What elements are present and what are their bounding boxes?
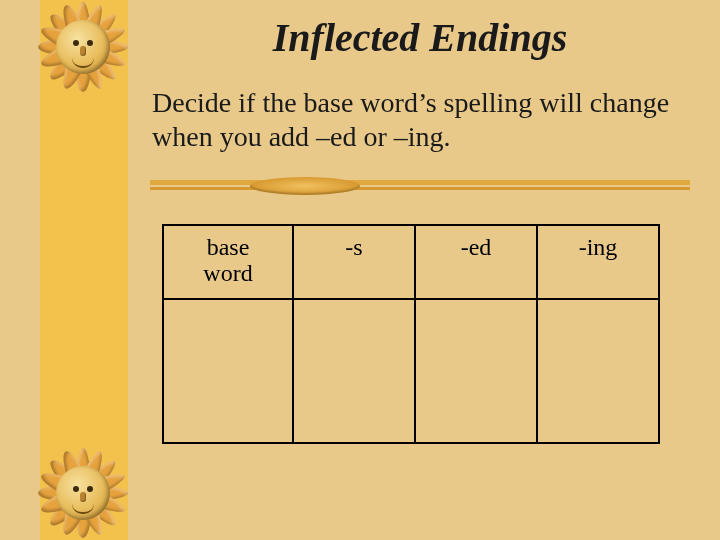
- table-header-base-word: base word: [163, 225, 293, 299]
- table-header-s: -s: [293, 225, 415, 299]
- table-cell: [415, 299, 537, 443]
- table-cell: [537, 299, 659, 443]
- table-cell: [293, 299, 415, 443]
- table-header-ed: -ed: [415, 225, 537, 299]
- inflected-endings-table: base word -s -ed -ing: [162, 224, 660, 444]
- table-header-row: base word -s -ed -ing: [163, 225, 659, 299]
- sun-icon: [18, 0, 148, 112]
- divider-ornament: [150, 180, 690, 194]
- slide-body-text: Decide if the base word’s spelling will …: [152, 86, 682, 154]
- slide-title: Inflected Endings: [150, 14, 690, 61]
- table-cell: [163, 299, 293, 443]
- slide: Inflected Endings Decide if the base wor…: [0, 0, 720, 540]
- table-header-ing: -ing: [537, 225, 659, 299]
- sun-icon: [18, 428, 148, 540]
- table-row: [163, 299, 659, 443]
